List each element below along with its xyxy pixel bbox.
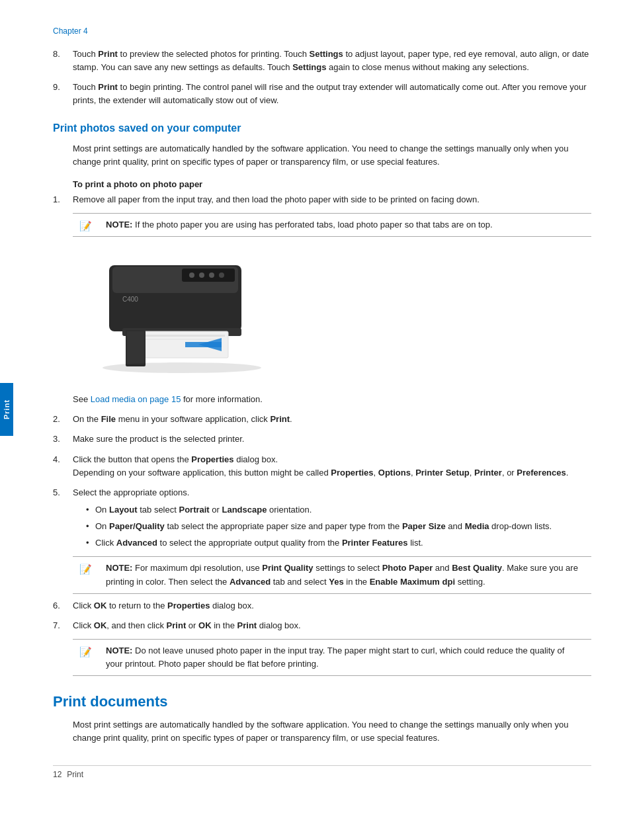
step-9-number: 9.	[53, 81, 60, 94]
options-list: On Layout tab select Portrait or Landsca…	[86, 503, 591, 550]
step-2: 2. On the File menu in your software app…	[53, 413, 591, 426]
section2-intro: Most print settings are automatically ha…	[53, 718, 591, 745]
side-tab: Print	[0, 383, 13, 436]
printer-illustration: C400	[89, 252, 274, 378]
svg-rect-14	[127, 331, 144, 364]
step-9: 9. Touch Print to begin printing. The co…	[53, 81, 591, 107]
step-1-number: 1.	[53, 193, 60, 206]
footer: 12 Print	[53, 765, 591, 779]
printer-image: C400	[86, 249, 278, 381]
footer-chapter: Print	[67, 770, 83, 779]
bullet-layout: On Layout tab select Portrait or Landsca…	[86, 503, 591, 517]
step-5: 5. Select the appropriate options. On La…	[53, 486, 591, 550]
step-5-number: 5.	[53, 486, 60, 499]
note-3-label: NOTE:	[106, 646, 132, 655]
step-1: 1. Remove all paper from the input tray,…	[53, 193, 591, 206]
section1-heading: Print photos saved on your computer	[53, 122, 591, 134]
page: Print Chapter 4 8. Touch Print to previe…	[0, 0, 631, 819]
note-icon-3: 📝	[79, 644, 92, 659]
note-icon-1: 📝	[79, 218, 92, 233]
note-1: 📝 NOTE: If the photo paper you are using…	[73, 213, 591, 237]
step-8-bold2: Settings	[309, 49, 343, 59]
svg-rect-10	[139, 339, 218, 340]
step-8: 8. Touch Print to preview the selected p…	[53, 48, 591, 74]
note-3: 📝 NOTE: Do not leave unused photo paper …	[73, 639, 591, 676]
note-2-text: For maximum dpi resolution, use Print Qu…	[106, 563, 578, 586]
step-8-bold3: Settings	[292, 62, 326, 72]
step-8-number: 8.	[53, 48, 60, 61]
note-1-text: If the photo paper you are using has per…	[135, 220, 493, 230]
load-media-link[interactable]: Load media on page 15	[91, 394, 181, 404]
svg-point-16	[103, 362, 261, 373]
subsection-heading: To print a photo on photo paper	[73, 179, 591, 189]
step-6-number: 6.	[53, 599, 60, 612]
step-8-bold1: Print	[98, 49, 118, 59]
step-4: 4. Click the button that opens the Prope…	[53, 453, 591, 480]
svg-text:C400: C400	[122, 296, 138, 303]
step-6: 6. Click OK to return to the Properties …	[53, 599, 591, 612]
chapter-label: Chapter 4	[53, 26, 591, 36]
note-2: 📝 NOTE: For maximum dpi resolution, use …	[73, 556, 591, 593]
section2-heading: Print documents	[53, 693, 591, 710]
step-4-number: 4.	[53, 453, 60, 466]
footer-page: 12	[53, 770, 62, 779]
step-3-number: 3.	[53, 433, 60, 446]
svg-point-3	[189, 273, 194, 278]
step-7: 7. Click OK, and then click Print or OK …	[53, 619, 591, 632]
bullet-advanced: Click Advanced to select the appropriate…	[86, 536, 591, 550]
note-3-text: Do not leave unused photo paper in the i…	[106, 646, 564, 669]
note-icon-2: 📝	[79, 562, 92, 577]
svg-point-4	[199, 273, 204, 278]
svg-point-5	[209, 273, 214, 278]
step-9-bold1: Print	[98, 82, 118, 92]
svg-rect-9	[139, 335, 225, 337]
step-3: 3. Make sure the product is the selected…	[53, 433, 591, 446]
see-also: See Load media on page 15 for more infor…	[53, 393, 591, 406]
note-1-label: NOTE:	[106, 220, 132, 230]
step-2-number: 2.	[53, 413, 60, 426]
svg-point-6	[219, 273, 224, 278]
step-7-number: 7.	[53, 619, 60, 632]
section1-intro: Most print settings are automatically ha…	[53, 142, 591, 169]
bullet-paper-quality: On Paper/Quality tab select the appropri…	[86, 520, 591, 533]
svg-rect-12	[185, 342, 222, 347]
note-2-label: NOTE:	[106, 563, 132, 573]
